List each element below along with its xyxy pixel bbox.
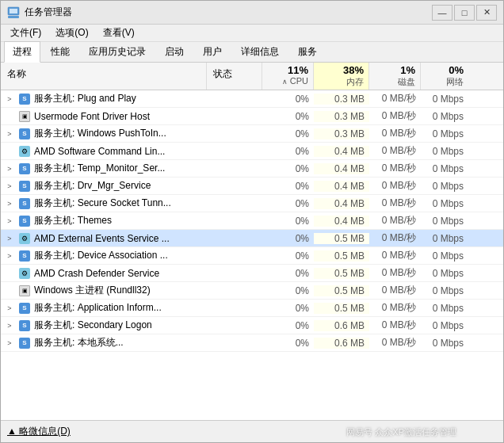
net-value: 0% xyxy=(449,64,464,76)
cell-net: 0 Mbps xyxy=(421,303,468,314)
table-row[interactable]: ⚙ AMD Crash Defender Service 0% 0.5 MB 0… xyxy=(1,265,503,282)
cell-disk: 0 MB/秒 xyxy=(369,109,421,123)
service-icon: S xyxy=(18,215,31,227)
cell-cpu: 0% xyxy=(262,233,314,244)
title-bar: 任务管理器 — □ ✕ xyxy=(1,1,503,25)
cell-net: 0 Mbps xyxy=(421,111,468,122)
cell-process-name: > S 服务主机: Windows PushToIn... xyxy=(1,127,207,140)
col-header-status[interactable]: 状态 xyxy=(207,63,262,90)
expand-icon[interactable]: > xyxy=(4,181,15,192)
expand-icon[interactable]: > xyxy=(4,233,15,244)
cell-mem: 0.4 MB xyxy=(314,146,369,157)
cell-net: 0 Mbps xyxy=(421,128,468,139)
table-row[interactable]: > S 服务主机: Themes 0% 0.4 MB 0 MB/秒 0 Mbps xyxy=(1,212,503,230)
table-row[interactable]: > S 服务主机: Temp_Monitor_Ser... 0% 0.4 MB … xyxy=(1,160,503,178)
tab-performance[interactable]: 性能 xyxy=(42,41,78,62)
cell-mem: 0.3 MB xyxy=(314,128,369,139)
table-row[interactable]: > S 服务主机: Device Association ... 0% 0.5 … xyxy=(1,247,503,265)
service-icon: S xyxy=(18,93,31,105)
cell-net: 0 Mbps xyxy=(421,268,468,279)
menu-file[interactable]: 文件(F) xyxy=(4,25,48,41)
cell-mem: 0.4 MB xyxy=(314,216,369,227)
col-header-mem[interactable]: 38% 内存 xyxy=(314,63,369,90)
cell-process-name: > S 服务主机: Application Inform... xyxy=(1,301,207,315)
menu-options[interactable]: 选项(O) xyxy=(49,25,94,41)
process-name-text: 服务主机: Secondary Logon xyxy=(34,319,152,332)
maximize-button[interactable]: □ xyxy=(454,5,475,21)
process-name-text: 服务主机: Device Association ... xyxy=(34,249,168,262)
mem-value: 38% xyxy=(343,64,364,76)
col-header-cpu[interactable]: 11% ∧ CPU xyxy=(262,63,314,90)
expand-icon[interactable]: > xyxy=(4,303,15,314)
cell-net: 0 Mbps xyxy=(421,181,468,192)
process-name-text: AMD Software Command Lin... xyxy=(34,146,165,157)
table-row[interactable]: > S 服务主机: Plug and Play 0% 0.3 MB 0 MB/秒… xyxy=(1,90,503,108)
process-name-text: 服务主机: Plug and Play xyxy=(34,92,136,105)
cell-process-name: > ⚙ AMD External Events Service ... xyxy=(1,232,207,245)
cell-disk: 0 MB/秒 xyxy=(369,336,421,349)
cell-process-name: > S 服务主机: 本地系统... xyxy=(1,336,207,349)
table-row[interactable]: > S 服务主机: Secure Socket Tunn... 0% 0.4 M… xyxy=(1,195,503,212)
cell-mem: 0.5 MB xyxy=(314,285,369,296)
status-brief-info[interactable]: ▲ 略微信息(D) xyxy=(7,425,71,438)
tab-users[interactable]: 用户 xyxy=(194,41,231,62)
service-icon: S xyxy=(18,197,31,210)
tab-details[interactable]: 详细信息 xyxy=(232,41,288,62)
col-header-net[interactable]: 0% 网络 xyxy=(421,63,468,90)
service-icon: S xyxy=(18,319,31,332)
cell-disk: 0 MB/秒 xyxy=(369,92,421,105)
cell-mem: 0.4 MB xyxy=(314,163,369,174)
expand-icon[interactable]: > xyxy=(4,216,15,227)
cell-process-name: ⚙ AMD Crash Defender Service xyxy=(1,267,207,280)
cell-net: 0 Mbps xyxy=(421,94,468,105)
column-headers: 名称 状态 11% ∧ CPU 38% 内存 1% 磁盘 0% 网络 xyxy=(1,63,503,90)
col-header-disk[interactable]: 1% 磁盘 xyxy=(369,63,421,90)
service-icon: S xyxy=(18,337,31,349)
menu-view[interactable]: 查看(V) xyxy=(97,25,141,41)
tabs-bar: 进程 性能 应用历史记录 启动 用户 详细信息 服务 xyxy=(1,42,503,63)
expand-icon[interactable]: > xyxy=(4,198,15,209)
tab-services[interactable]: 服务 xyxy=(289,41,326,62)
cell-cpu: 0% xyxy=(262,320,314,331)
cell-cpu: 0% xyxy=(262,128,314,139)
expand-icon[interactable]: > xyxy=(4,163,15,174)
title-buttons: — □ ✕ xyxy=(432,5,497,21)
cell-disk: 0 MB/秒 xyxy=(369,179,421,193)
table-row[interactable]: ▣ Usermode Font Driver Host 0% 0.3 MB 0 … xyxy=(1,108,503,125)
cell-net: 0 Mbps xyxy=(421,216,468,227)
cell-net: 0 Mbps xyxy=(421,285,468,296)
cell-mem: 0.6 MB xyxy=(314,320,369,331)
expand-icon[interactable]: > xyxy=(4,320,15,331)
expand-icon[interactable]: > xyxy=(4,94,15,105)
process-name-text: 服务主机: 本地系统... xyxy=(34,336,124,349)
table-row[interactable]: ▣ Windows 主进程 (Rundll32) 0% 0.5 MB 0 MB/… xyxy=(1,282,503,300)
tab-app-history[interactable]: 应用历史记录 xyxy=(80,41,155,62)
cell-disk: 0 MB/秒 xyxy=(369,284,421,297)
tab-startup[interactable]: 启动 xyxy=(156,41,193,62)
table-row[interactable]: > ⚙ AMD External Events Service ... 0% 0… xyxy=(1,230,503,247)
table-row[interactable]: > S 服务主机: Application Inform... 0% 0.5 M… xyxy=(1,300,503,317)
table-row[interactable]: ⚙ AMD Software Command Lin... 0% 0.4 MB … xyxy=(1,143,503,160)
cell-cpu: 0% xyxy=(262,338,314,349)
window-icon xyxy=(7,6,20,19)
cell-disk: 0 MB/秒 xyxy=(369,144,421,158)
cell-process-name: > S 服务主机: Secure Socket Tunn... xyxy=(1,197,207,210)
tab-processes[interactable]: 进程 xyxy=(4,41,40,63)
service-icon: S xyxy=(18,128,31,140)
header-metrics: 11% ∧ CPU 38% 内存 1% 磁盘 0% 网络 xyxy=(262,63,503,90)
expand-icon[interactable]: > xyxy=(4,250,15,262)
col-header-name[interactable]: 名称 xyxy=(1,63,207,90)
expand-icon[interactable]: > xyxy=(4,338,15,349)
table-row[interactable]: > S 服务主机: Windows PushToIn... 0% 0.3 MB … xyxy=(1,125,503,143)
expand-icon[interactable]: > xyxy=(4,128,15,139)
cell-mem: 0.3 MB xyxy=(314,111,369,122)
table-row[interactable]: > S 服务主机: Drv_Mgr_Service 0% 0.4 MB 0 MB… xyxy=(1,178,503,195)
cell-cpu: 0% xyxy=(262,198,314,209)
table-row[interactable]: > S 服务主机: Secondary Logon 0% 0.6 MB 0 MB… xyxy=(1,317,503,334)
process-table[interactable]: > S 服务主机: Plug and Play 0% 0.3 MB 0 MB/秒… xyxy=(1,90,503,420)
table-row[interactable]: > S 服务主机: 本地系统... 0% 0.6 MB 0 MB/秒 0 Mbp… xyxy=(1,334,503,352)
menu-bar: 文件(F) 选项(O) 查看(V) xyxy=(1,25,503,42)
cell-disk: 0 MB/秒 xyxy=(369,301,421,315)
minimize-button[interactable]: — xyxy=(432,5,452,21)
close-button[interactable]: ✕ xyxy=(476,5,497,21)
